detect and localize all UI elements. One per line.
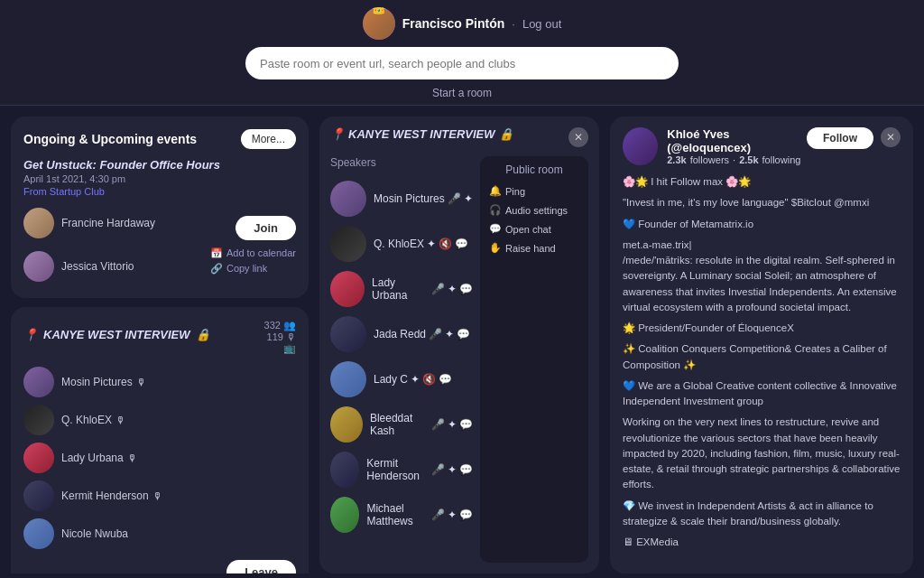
open-chat-menu-item[interactable]: 💬 Open chat	[489, 219, 579, 238]
speakers-count: 119 🎙	[264, 331, 296, 342]
ping-menu-item[interactable]: 🔔 Ping	[489, 182, 579, 200]
profile-header: Khloé Yves (@eloquencex) 2.3k followers …	[623, 127, 901, 165]
speaker-avatar	[330, 452, 359, 488]
speaker-avatar	[330, 271, 365, 307]
app-header: 👑 Francisco Pintón · Log out Start a roo…	[0, 0, 924, 106]
middle-content: Speakers Mosin Pictures 🎤✦ Q. KhloEX ✦🔇💬…	[330, 156, 588, 563]
join-button[interactable]: Join	[236, 216, 296, 240]
calendar-icon: 📅	[210, 247, 223, 259]
copy-link-link[interactable]: 🔗 Copy link	[210, 263, 296, 275]
bio-line-9: 💎 We invest in Independent Artists & act…	[623, 499, 901, 530]
bio-line-6: ✨ Coalition Conquers Competition& Create…	[623, 341, 901, 373]
profile-info: Khloé Yves (@eloquencex) 2.3k followers …	[667, 127, 807, 165]
middle-panel: 📍 KANYE WEST INTERVIEW 🔒 ✕ Speakers Mosi…	[319, 117, 599, 573]
event-right: Join 📅 Add to calendar 🔗 Copy link	[210, 216, 296, 275]
left-panel: Ongoing & Upcoming events More... Get Un…	[11, 117, 309, 573]
close-icon: ✕	[574, 131, 583, 144]
list-item: Mosin Pictures 🎤✦	[330, 176, 473, 221]
speaker-avatar	[330, 361, 366, 397]
speaker-name: Jada Redd 🎤✦💬	[374, 328, 470, 340]
follow-button[interactable]: Follow	[807, 127, 873, 149]
raise-hand-menu-item[interactable]: ✋ Raise hand	[489, 238, 579, 257]
audio-icon: 🎧	[489, 204, 502, 216]
logout-button[interactable]: Log out	[522, 17, 561, 31]
bio-line-4: met.a-mae.trix|/mede/'mātriks: resolute …	[623, 238, 901, 315]
speaker-name: Nicole Nwuba	[61, 527, 128, 540]
bio-line-7: 💙 We are a Global Creative content colle…	[623, 378, 901, 410]
profile-name: Khloé Yves (@eloquencex)	[667, 127, 807, 154]
list-item: Q. KhloEX 🎙	[23, 401, 296, 439]
more-button[interactable]: More...	[241, 129, 296, 149]
events-title: Ongoing & Upcoming events	[23, 132, 197, 146]
leave-button[interactable]: Leave	[226, 560, 296, 573]
speaker-name: Q. KhloEX 🎙	[61, 414, 125, 426]
speakers-section: Speakers Mosin Pictures 🎤✦ Q. KhloEX ✦🔇💬…	[330, 156, 473, 563]
speaker-avatar	[330, 316, 366, 352]
main-content: Ongoing & Upcoming events More... Get Un…	[0, 106, 924, 578]
room-title: 📍 KANYE WEST INTERVIEW 🔒	[330, 127, 513, 141]
lock-icon: 🔒	[196, 328, 210, 341]
speaker-avatar	[330, 226, 366, 262]
speaker-avatar	[23, 405, 54, 435]
list-item: Kermit Henderson 🎙	[23, 477, 296, 515]
close-button[interactable]: ✕	[568, 127, 588, 147]
speaker-avatar	[330, 406, 363, 443]
profile-bio: 🌸🌟 I hit Follow max 🌸🌟 "Invest in me, it…	[623, 174, 901, 555]
public-room-menu: Public room 🔔 Ping 🎧 Audio settings 💬 Op…	[480, 156, 588, 563]
audio-settings-menu-item[interactable]: 🎧 Audio settings	[489, 200, 579, 219]
start-room-link[interactable]: Start a room	[432, 87, 492, 99]
search-input[interactable]	[245, 47, 679, 79]
room-header: 📍 KANYE WEST INTERVIEW 🔒 ✕	[330, 127, 588, 147]
list-item: Nicole Nwuba	[23, 515, 296, 553]
attendees-list: Francine Hardaway Jessica Vittorio	[23, 204, 155, 285]
close-icon-2: ✕	[886, 131, 895, 144]
bell-icon: 🔔	[489, 185, 502, 197]
speaker-avatar	[23, 518, 54, 549]
speaker-name: Michael Matthews 🎤✦💬	[366, 502, 473, 527]
speaker-avatar	[330, 497, 359, 533]
room-card-header: 📍 KANYE WEST INTERVIEW 🔒 332 👥 119 🎙 📺	[23, 320, 296, 354]
attendee-name-1: Francine Hardaway	[61, 217, 155, 229]
speakers-label: Speakers	[330, 156, 473, 169]
list-item: Michael Matthews 🎤✦💬	[330, 492, 473, 537]
event-extra-actions: 📅 Add to calendar 🔗 Copy link	[210, 247, 296, 275]
event-from: From Startup Club	[23, 186, 296, 197]
profile-right: Follow ✕	[807, 127, 901, 149]
attendee-avatar-1	[23, 208, 54, 238]
speaker-avatar	[23, 443, 54, 473]
list-item: Q. KhloEX ✦🔇💬	[330, 221, 473, 266]
add-calendar-link[interactable]: 📅 Add to calendar	[210, 247, 296, 259]
speaker-name: Lady Urbana 🎤✦💬	[372, 276, 473, 302]
public-room-label: Public room	[489, 163, 579, 176]
right-panel: Khloé Yves (@eloquencex) 2.3k followers …	[610, 117, 913, 573]
room-stats: 332 👥 119 🎙 📺	[264, 320, 296, 354]
bio-line-2: "Invest in me, it's my love language" $B…	[623, 195, 901, 210]
listeners-count: 332 👥	[264, 320, 296, 331]
user-avatar: 👑	[363, 7, 395, 40]
screen-icon: 📺	[264, 342, 296, 354]
bio-line-3: 💙 Founder of Metamatrix.io	[623, 217, 901, 232]
room-card-title: 📍 KANYE WEST INTERVIEW 🔒	[23, 328, 210, 341]
speaker-avatar	[23, 367, 54, 397]
bio-line-10: 🖥 EXMedia	[623, 535, 901, 550]
link-icon: 🔗	[210, 263, 223, 275]
location-icon: 📍	[23, 328, 38, 341]
list-item: Kermit Henderson 🎤✦💬	[330, 447, 473, 492]
list-item: Jada Redd 🎤✦💬	[330, 312, 473, 357]
room-card-left: 📍 KANYE WEST INTERVIEW 🔒 332 👥 119 🎙 📺 M…	[11, 307, 309, 573]
attendee-row-2: Jessica Vittorio	[23, 247, 155, 285]
hand-icon: ✋	[489, 242, 502, 254]
speaker-name: Q. KhloEX ✦🔇💬	[374, 238, 468, 250]
event-date: April 1st 2021, 4:30 pm	[23, 173, 296, 184]
separator: ·	[512, 17, 515, 31]
event-title: Get Unstuck: Founder Office Hours	[23, 158, 296, 172]
speaker-name: Kermit Henderson 🎙	[61, 489, 162, 502]
speaker-name: Mosin Pictures 🎙	[61, 376, 146, 388]
events-header: Ongoing & Upcoming events More...	[23, 129, 296, 149]
profile-close-button[interactable]: ✕	[881, 127, 901, 147]
attendee-name-2: Jessica Vittorio	[61, 260, 134, 273]
profile-avatar	[623, 127, 658, 165]
profile-stats: 2.3k followers · 2.5k following	[667, 154, 807, 165]
room-speakers-list: Mosin Pictures 🎙 Q. KhloEX 🎙 Lady Urbana…	[23, 363, 296, 553]
attendee-avatar-2	[23, 251, 54, 282]
